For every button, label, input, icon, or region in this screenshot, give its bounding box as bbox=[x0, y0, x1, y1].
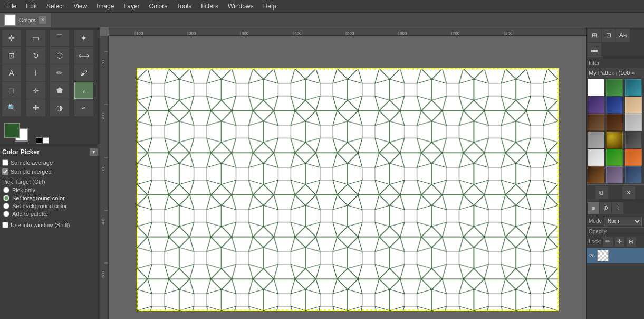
right-panel-top-icons: ⊞ ⊡ Aa ▬ bbox=[587, 27, 644, 58]
pattern-swatch-14[interactable] bbox=[625, 149, 642, 166]
shear-tool[interactable]: ⬡ bbox=[50, 47, 69, 64]
fill-tool[interactable]: ⬟ bbox=[50, 82, 69, 99]
menu-layer[interactable]: Layer bbox=[120, 2, 144, 11]
pattern-swatch-9[interactable] bbox=[588, 132, 604, 148]
pattern-swatch-12[interactable] bbox=[588, 149, 604, 166]
pattern-swatch-17[interactable] bbox=[625, 166, 642, 183]
delete-pattern-button[interactable]: ✕ bbox=[622, 186, 635, 199]
lock-alpha-button[interactable]: ⊞ bbox=[627, 237, 636, 247]
rp-icon-2[interactable]: ⊡ bbox=[602, 29, 616, 42]
rp-icon-3[interactable]: Aa bbox=[616, 29, 630, 42]
menu-filters[interactable]: Filters bbox=[197, 2, 223, 11]
layer-item[interactable]: 👁 bbox=[587, 248, 644, 263]
pattern-swatch-2[interactable] bbox=[625, 79, 642, 96]
pattern-swatch-16[interactable] bbox=[606, 166, 623, 183]
pattern-swatch-15[interactable] bbox=[588, 166, 604, 183]
menu-file[interactable]: File bbox=[2, 2, 21, 11]
move-tool[interactable]: ✛ bbox=[2, 30, 21, 46]
panel-header: Color Picker ▼ bbox=[2, 148, 98, 156]
canvas-viewport[interactable] bbox=[109, 36, 586, 319]
patterns-title: My Pattern (100 × bbox=[587, 68, 644, 78]
zoom-tool[interactable]: 🔍 bbox=[2, 99, 21, 116]
menu-edit[interactable]: Edit bbox=[22, 2, 41, 11]
add-palette-radio[interactable] bbox=[3, 211, 9, 217]
pattern-swatch-5[interactable] bbox=[625, 97, 642, 114]
layer-mode-label: Mode bbox=[589, 218, 602, 224]
path-tool[interactable]: ⌇ bbox=[26, 64, 45, 81]
text-tool[interactable]: A bbox=[2, 64, 21, 81]
patterns-grid bbox=[587, 78, 644, 184]
fuzzy-select-tool[interactable]: ✦ bbox=[74, 30, 93, 46]
pattern-swatch-3[interactable] bbox=[588, 97, 604, 114]
menu-windows[interactable]: Windows bbox=[224, 2, 258, 11]
pattern-swatch-6[interactable] bbox=[588, 114, 604, 131]
sample-average-label: Sample average bbox=[11, 160, 53, 166]
sample-merged-checkbox[interactable] bbox=[2, 168, 8, 175]
eraser-tool[interactable]: ◻ bbox=[2, 82, 21, 99]
sample-merged-row: Sample merged bbox=[2, 168, 98, 175]
airbrush-tool[interactable]: ⊹ bbox=[26, 82, 45, 99]
document-tab[interactable]: Colors × bbox=[0, 13, 51, 27]
layers-tab[interactable]: ≡ bbox=[588, 202, 599, 214]
svg-text:400: 400 bbox=[101, 219, 105, 225]
menubar: File Edit Select View Image Layer Colors… bbox=[0, 0, 644, 13]
heal-tool[interactable]: ✚ bbox=[26, 99, 45, 116]
layer-visibility-icon[interactable]: 👁 bbox=[589, 252, 595, 259]
flip-tool[interactable]: ⟺ bbox=[74, 47, 93, 64]
use-info-window-row: Use info window (Shift) bbox=[2, 221, 98, 229]
lock-pixel-button[interactable]: ✏ bbox=[603, 237, 613, 247]
pencil-tool[interactable]: ✏ bbox=[50, 64, 69, 81]
pattern-swatch-8[interactable] bbox=[625, 114, 642, 131]
layer-mode-select[interactable]: Norm bbox=[604, 217, 642, 226]
reset-bg-swatch[interactable] bbox=[43, 137, 49, 144]
copy-pattern-button[interactable]: ⧉ bbox=[595, 186, 608, 199]
paintbrush-tool[interactable]: 🖌 bbox=[74, 64, 93, 81]
dodge-burn-tool[interactable]: ◑ bbox=[50, 99, 69, 116]
rp-icon-1[interactable]: ⊞ bbox=[588, 29, 601, 42]
ruler-left: 100 200 300 400 500 bbox=[100, 36, 109, 319]
pattern-swatch-1[interactable] bbox=[606, 79, 623, 96]
smudge-tool[interactable]: ≈ bbox=[74, 99, 93, 116]
channels-tab[interactable]: ⊕ bbox=[600, 202, 611, 214]
panel-menu-button[interactable]: ▼ bbox=[90, 148, 98, 156]
lock-position-button[interactable]: ✛ bbox=[615, 237, 624, 247]
tabbar: Colors × bbox=[0, 13, 644, 27]
use-info-window-checkbox[interactable] bbox=[2, 222, 8, 228]
pattern-swatch-0[interactable] bbox=[588, 79, 604, 96]
canvas-content bbox=[137, 68, 559, 311]
set-bg-radio[interactable] bbox=[3, 203, 9, 209]
add-palette-row: Add to palette bbox=[3, 211, 98, 217]
pick-target-section-label: Pick Target (Ctrl) bbox=[2, 179, 98, 185]
menu-view[interactable]: View bbox=[69, 2, 91, 11]
tab-close-button[interactable]: × bbox=[39, 16, 46, 24]
color-picker-tool[interactable]: 𝒾 bbox=[74, 82, 93, 99]
pick-only-radio[interactable] bbox=[3, 187, 9, 193]
pattern-swatch-7[interactable] bbox=[606, 114, 623, 131]
crop-tool[interactable]: ⊡ bbox=[2, 47, 21, 64]
pattern-swatch-4[interactable] bbox=[606, 97, 623, 114]
reset-fg-swatch[interactable] bbox=[36, 137, 42, 144]
menu-select[interactable]: Select bbox=[42, 2, 68, 11]
add-palette-label: Add to palette bbox=[12, 211, 48, 217]
pattern-swatch-10[interactable] bbox=[606, 132, 623, 148]
layer-lock-row: Lock: ✏ ✛ ⊞ bbox=[587, 236, 644, 248]
menu-tools[interactable]: Tools bbox=[172, 2, 196, 11]
layer-opacity-row: Opacity bbox=[587, 228, 644, 236]
set-fg-radio[interactable] bbox=[3, 195, 9, 201]
rp-icon-4[interactable]: ▬ bbox=[588, 43, 601, 57]
menu-colors[interactable]: Colors bbox=[145, 2, 172, 11]
rect-select-tool[interactable]: ▭ bbox=[26, 30, 45, 46]
pattern-swatch-13[interactable] bbox=[606, 149, 623, 166]
canvas-with-ruler: 100 200 300 400 500 bbox=[100, 36, 586, 319]
ruler-top: 100 200 300 400 500 600 700 800 bbox=[109, 27, 586, 36]
menu-image[interactable]: Image bbox=[92, 2, 118, 11]
svg-text:800: 800 bbox=[505, 31, 513, 36]
paths-tab[interactable]: ⌇ bbox=[612, 202, 623, 214]
rotate-tool[interactable]: ↻ bbox=[26, 47, 45, 64]
pattern-swatch-11[interactable] bbox=[625, 132, 642, 148]
foreground-color-swatch[interactable] bbox=[4, 123, 20, 138]
menu-help[interactable]: Help bbox=[259, 2, 281, 11]
sample-average-checkbox[interactable] bbox=[2, 160, 8, 166]
filter-bar: filter bbox=[587, 58, 644, 68]
lasso-tool[interactable]: ⌒ bbox=[50, 30, 69, 46]
